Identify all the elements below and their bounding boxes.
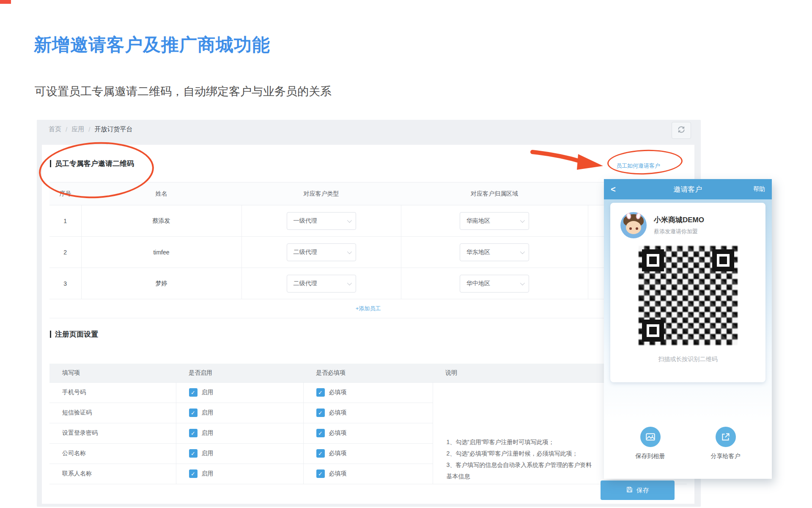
employee-no: 3: [49, 268, 81, 299]
page-title: 新增邀请客户及推广商城功能: [34, 33, 270, 57]
employee-no: 2: [49, 237, 81, 268]
avatar: [620, 212, 647, 238]
field-label: 联系人名称: [49, 464, 176, 484]
field-label: 短信验证码: [49, 403, 176, 423]
col-header-field: 填写项: [49, 364, 176, 382]
checkmark-icon: ✓: [318, 431, 323, 436]
required-checkbox[interactable]: ✓必填项: [316, 469, 347, 478]
employee-name: 蔡添发: [81, 205, 241, 237]
checkmark-icon: ✓: [318, 390, 323, 395]
enabled-checkbox[interactable]: ✓启用: [189, 388, 214, 397]
chevron-down-icon: [520, 249, 525, 254]
share-icon: [716, 427, 736, 447]
content-card: 员工专属客户邀请二维码 员工如何邀请客户 序号 姓名 对应客户类型 对应客户归属…: [42, 145, 694, 504]
corner-mark: [0, 0, 11, 4]
checkmark-icon: ✓: [191, 390, 195, 395]
checkmark-icon: ✓: [191, 431, 195, 436]
breadcrumb: 首页 / 应用 / 开放订货平台: [49, 125, 132, 133]
customer-type-select[interactable]: 二级代理: [287, 275, 356, 293]
qr-caption: 扫描或长按识别二维码: [610, 356, 765, 363]
refresh-icon: [677, 125, 686, 135]
employee-no: 1: [49, 205, 81, 237]
shop-profile: 小米商城DEMO 蔡添发邀请你加盟: [610, 203, 765, 238]
required-checkbox[interactable]: ✓必填项: [316, 429, 347, 437]
chevron-down-icon: [520, 218, 525, 222]
invite-section-heading: 员工专属客户邀请二维码: [50, 159, 134, 168]
phone-actions: 保存到相册 分享给客户: [604, 427, 772, 460]
required-checkbox[interactable]: ✓必填项: [316, 409, 347, 417]
how-to-invite-link[interactable]: 员工如何邀请客户: [616, 162, 660, 170]
admin-panel: 首页 / 应用 / 开放订货平台 员工专属客户邀请二维码 员工如何邀请客户: [37, 120, 701, 507]
invite-text: 蔡添发邀请你加盟: [654, 228, 704, 235]
settings-header-row: 填写项 是否启用 是否必填项 说明: [49, 364, 687, 382]
checkmark-icon: ✓: [318, 410, 323, 416]
col-header-enabled: 是否启用: [176, 364, 303, 382]
employee-name: 梦婷: [81, 268, 241, 299]
floppy-icon: [626, 486, 633, 494]
screenshot-page: 新增邀请客户及推广商城功能 可设置员工专属邀请二维码，自动绑定客户与业务员的关系…: [0, 0, 812, 508]
phone-screen: 小米商城DEMO 蔡添发邀请你加盟 扫描或长按识别二维码: [604, 199, 772, 479]
avatar-eyes: [629, 227, 632, 230]
employee-row: 3 梦婷 二级代理 华中地区: [49, 268, 687, 299]
col-header-region: 对应客户归属区域: [401, 182, 588, 205]
save-button[interactable]: 保存: [601, 480, 675, 500]
qr-finder-icon: [642, 249, 664, 271]
checkmark-icon: ✓: [191, 471, 195, 477]
required-checkbox[interactable]: ✓必填项: [316, 449, 347, 458]
customer-type-select[interactable]: 一级代理: [287, 212, 356, 230]
breadcrumb-apps[interactable]: 应用: [71, 125, 84, 133]
add-employee-link[interactable]: +添加员工: [356, 305, 381, 312]
checkmark-icon: ✓: [191, 410, 195, 416]
col-header-type: 对应客户类型: [241, 182, 401, 205]
save-to-album-button[interactable]: 保存到相册: [636, 427, 665, 460]
enabled-checkbox[interactable]: ✓启用: [189, 449, 214, 458]
heading-bar: [50, 331, 51, 338]
col-header-required: 是否必填项: [303, 364, 433, 382]
employee-table: 序号 姓名 对应客户类型 对应客户归属区域 1 蔡添发 一级代理 华南地区: [49, 182, 687, 299]
invite-card: 小米商城DEMO 蔡添发邀请你加盟 扫描或长按识别二维码: [610, 203, 765, 382]
breadcrumb-home[interactable]: 首页: [49, 125, 61, 133]
help-button[interactable]: 帮助: [740, 185, 765, 193]
employee-row: 2 timfee 二级代理 华东地区: [49, 237, 687, 268]
register-settings-table: 填写项 是否启用 是否必填项 说明 手机号码 ✓启用 ✓必填项 1、勾选“启用”…: [49, 364, 687, 484]
back-button[interactable]: <: [611, 185, 636, 194]
chevron-down-icon: [347, 280, 351, 285]
refresh-button[interactable]: [672, 122, 691, 139]
enabled-checkbox[interactable]: ✓启用: [189, 429, 214, 437]
col-header-name: 姓名: [81, 182, 241, 205]
chevron-down-icon: [347, 218, 351, 222]
field-label: 公司名称: [49, 443, 176, 464]
share-to-customer-button[interactable]: 分享给客户: [711, 427, 741, 460]
photo-icon: [640, 427, 661, 447]
bunny-ear-icon: [625, 212, 632, 220]
chevron-down-icon: [347, 249, 351, 254]
heading-bar: [50, 160, 51, 167]
customer-type-select[interactable]: 二级代理: [287, 243, 356, 261]
qr-finder-icon: [712, 249, 734, 271]
field-label: 手机号码: [49, 382, 176, 403]
breadcrumb-separator: /: [66, 126, 67, 133]
breadcrumb-current: 开放订货平台: [94, 125, 132, 133]
enabled-checkbox[interactable]: ✓启用: [189, 409, 214, 417]
checkmark-icon: ✓: [191, 451, 195, 456]
register-section-heading: 注册页面设置: [50, 329, 98, 339]
checkmark-icon: ✓: [318, 471, 323, 477]
employee-table-header-row: 序号 姓名 对应客户类型 对应客户归属区域: [49, 182, 687, 205]
shop-name: 小米商城DEMO: [654, 215, 704, 225]
page-subtitle: 可设置员工专属邀请二维码，自动绑定客户与业务员的关系: [35, 84, 332, 99]
checkmark-icon: ✓: [318, 451, 323, 456]
region-select[interactable]: 华东地区: [460, 243, 529, 261]
qr-code: [639, 246, 738, 345]
enabled-checkbox[interactable]: ✓启用: [189, 469, 214, 478]
region-select[interactable]: 华南地区: [460, 212, 529, 230]
qr-finder-icon: [642, 320, 664, 342]
region-select[interactable]: 华中地区: [460, 275, 529, 293]
employee-row: 1 蔡添发 一级代理 华南地区: [49, 205, 687, 237]
bunny-ear-icon: [635, 212, 642, 220]
phone-header: < 邀请客户 帮助: [604, 179, 772, 199]
col-header-no: 序号: [49, 182, 81, 205]
breadcrumb-separator: /: [88, 126, 90, 133]
field-label: 设置登录密码: [49, 423, 176, 443]
chevron-down-icon: [520, 280, 525, 285]
required-checkbox[interactable]: ✓必填项: [316, 388, 347, 397]
